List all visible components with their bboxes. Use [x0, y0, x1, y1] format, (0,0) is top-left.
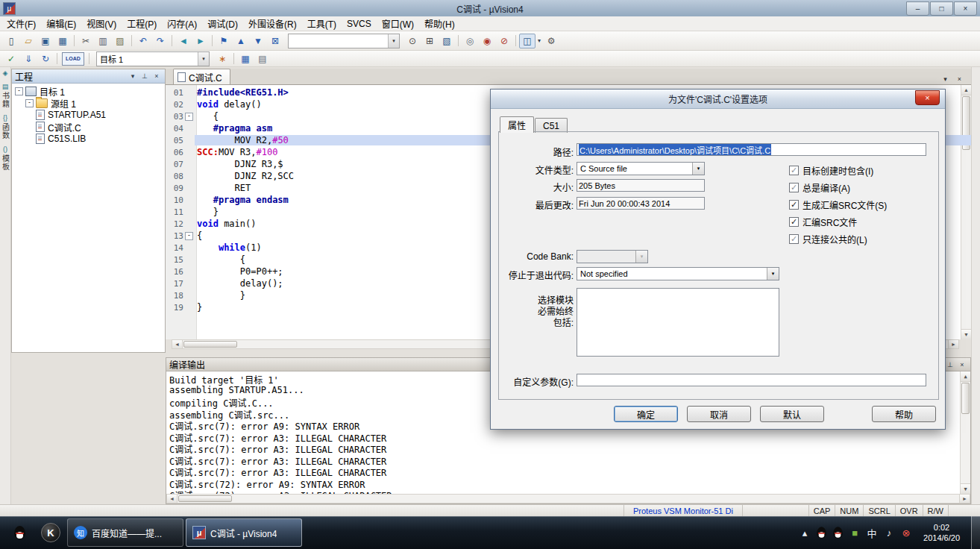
- chevron-down-icon[interactable]: ▾: [692, 163, 704, 175]
- path-field[interactable]: C:\Users\Administrator\Desktop\调试项目\C\C调…: [577, 143, 926, 156]
- pin-icon[interactable]: ⊥: [139, 72, 150, 81]
- breakpoint-icon[interactable]: ◉: [479, 34, 495, 48]
- stop-exit-combo[interactable]: Not specified ▾: [577, 267, 779, 280]
- side-tab-templates[interactable]: ()模板: [0, 145, 11, 171]
- checkbox-link-publics-only[interactable]: ✓只连接公共的(L): [789, 233, 867, 245]
- menu-project[interactable]: 工程(P): [122, 16, 162, 31]
- panel-menu-icon[interactable]: ▾: [128, 72, 138, 81]
- redo-icon[interactable]: ↷: [152, 34, 169, 48]
- fold-toggle-icon[interactable]: -: [185, 232, 193, 240]
- nav-forward-icon[interactable]: ►: [192, 34, 209, 48]
- checkbox-assemble-src[interactable]: ✓汇编SRC文件: [789, 216, 857, 228]
- dialog-titlebar[interactable]: 为文件'C调试.C'设置选项 ×: [491, 90, 945, 109]
- show-desktop-button[interactable]: [971, 516, 980, 549]
- checkbox-include-in-build[interactable]: ✓目标创建时包含(I): [789, 164, 873, 177]
- options-for-target-icon[interactable]: ∗: [214, 51, 230, 66]
- taskbar-baidu-button[interactable]: 知百度知道——提...: [67, 518, 183, 547]
- checkbox-icon[interactable]: ✓: [789, 217, 799, 227]
- download-flash-icon[interactable]: LOAD: [62, 52, 84, 66]
- side-tab-project[interactable]: ◈: [3, 69, 8, 77]
- tree-item-startup-a51[interactable]: STARTUP.A51: [12, 109, 165, 121]
- tree-expander-icon[interactable]: -: [25, 99, 34, 107]
- titlebar[interactable]: μ C调试 - µVision4 – □ ×: [0, 0, 980, 16]
- undo-icon[interactable]: ↶: [135, 34, 151, 48]
- project-panel-header[interactable]: 工程 ▾ ⊥ ×: [12, 69, 165, 84]
- volume-tray-icon[interactable]: ♪: [883, 527, 895, 539]
- bookmark-icon[interactable]: ⚑: [216, 34, 232, 48]
- bookmark-prev-icon[interactable]: ▲: [233, 34, 249, 48]
- bookmark-clear-icon[interactable]: ⊠: [267, 34, 283, 48]
- status-toggle-num[interactable]: NUM: [835, 505, 863, 517]
- tree-expander-icon[interactable]: -: [15, 87, 23, 95]
- tab-c51[interactable]: C51: [535, 118, 568, 133]
- defaults-button[interactable]: 默认: [760, 406, 824, 422]
- output-hscrollbar[interactable]: ◄ ►: [166, 494, 970, 503]
- window-layout-icon[interactable]: ◫: [519, 34, 535, 48]
- side-tab-functions[interactable]: {}函数: [0, 114, 11, 139]
- menu-peripherals[interactable]: 外围设备(R): [243, 16, 302, 31]
- scroll-up-icon[interactable]: ▲: [961, 371, 970, 382]
- scroll-thumb[interactable]: [178, 495, 232, 502]
- copy-icon[interactable]: ▥: [95, 34, 111, 48]
- find-in-files-icon[interactable]: ⊞: [421, 34, 438, 48]
- scroll-down-icon[interactable]: ▼: [961, 329, 971, 339]
- menu-svcs[interactable]: SVCS: [342, 17, 377, 31]
- scroll-left-icon[interactable]: ◄: [167, 495, 178, 503]
- scroll-right-icon[interactable]: ►: [959, 495, 970, 503]
- output-line[interactable]: C调试.src(72): error A9: SYNTAX ERROR: [169, 477, 967, 489]
- minimize-button[interactable]: –: [906, 1, 929, 16]
- configure-icon[interactable]: ⚙: [543, 34, 559, 48]
- taskbar-k-button[interactable]: K: [36, 518, 66, 547]
- checkbox-icon[interactable]: ✓: [789, 234, 799, 244]
- help-button[interactable]: 帮助: [872, 406, 936, 422]
- scroll-thumb[interactable]: [183, 341, 237, 348]
- side-tab-books[interactable]: ▤书籍: [0, 83, 11, 108]
- fold-toggle-icon[interactable]: -: [185, 113, 193, 121]
- ime-tray-icon[interactable]: 中: [866, 526, 878, 540]
- menu-file[interactable]: 文件(F): [1, 16, 41, 31]
- select-modules-textarea[interactable]: [577, 288, 779, 357]
- menu-help[interactable]: 帮助(H): [419, 16, 460, 31]
- open-folder-icon[interactable]: ▱: [20, 34, 37, 48]
- status-toggle-scrl[interactable]: SCRL: [863, 505, 894, 517]
- pin-icon[interactable]: ⊥: [945, 360, 955, 369]
- status-toggle-rw[interactable]: R/W: [923, 505, 948, 517]
- nav-back-icon[interactable]: ◄: [175, 34, 192, 48]
- editor-tab[interactable]: C调试.C: [173, 69, 230, 84]
- file-type-combo[interactable]: C Source file ▾: [577, 162, 705, 175]
- close-tab-icon[interactable]: ×: [954, 74, 965, 84]
- paste-icon[interactable]: ▨: [112, 34, 128, 48]
- cancel-button[interactable]: 取消: [687, 406, 751, 422]
- output-line[interactable]: C调试.src(7): error A3: ILLEGAL CHARACTER: [169, 442, 967, 454]
- taskbar-clock[interactable]: 0:02 2014/6/20: [917, 522, 966, 543]
- stopped-tray-icon[interactable]: ⊗: [900, 527, 912, 539]
- checkbox-generate-asm-src[interactable]: ✓生成汇编SRC文件(S): [789, 198, 887, 211]
- tree-item-cdebug-c[interactable]: C调试.C: [12, 121, 165, 133]
- taskbar-qq-button[interactable]: [4, 518, 34, 547]
- start-debug-icon[interactable]: ◎: [462, 34, 478, 48]
- status-toggle-ovr[interactable]: OVR: [895, 505, 923, 517]
- taskbar-uvision-button[interactable]: μC调试 - µVision4: [186, 518, 302, 547]
- target-select-combo[interactable]: 目标 1▾: [96, 51, 210, 66]
- output-vscrollbar[interactable]: ▲ ▼: [960, 371, 970, 494]
- checkbox-icon[interactable]: ✓: [789, 183, 799, 192]
- incremental-find-icon[interactable]: ▧: [439, 34, 455, 48]
- misc-tray-icon[interactable]: ■: [849, 527, 861, 539]
- close-icon[interactable]: ×: [151, 72, 162, 81]
- output-line[interactable]: C调试.src(7): error A3: ILLEGAL CHARACTER: [169, 465, 967, 477]
- menu-view[interactable]: 视图(V): [81, 16, 122, 31]
- save-icon[interactable]: ▣: [37, 34, 54, 48]
- new-file-icon[interactable]: ▯: [3, 34, 19, 48]
- checkbox-icon[interactable]: ✓: [789, 166, 799, 175]
- output-line[interactable]: C调试.src(7): error A3: ILLEGAL CHARACTER: [169, 454, 967, 466]
- find-icon[interactable]: ⊙: [404, 34, 421, 48]
- dialog-close-button[interactable]: ×: [915, 90, 940, 105]
- chevron-down-icon[interactable]: ▾: [198, 52, 209, 66]
- chevron-down-icon[interactable]: ▾: [767, 268, 779, 280]
- qq-tray-icon-2[interactable]: [833, 527, 843, 538]
- scroll-down-icon[interactable]: ▼: [961, 483, 970, 494]
- tree-item-c51s-lib[interactable]: C51S.LIB: [12, 133, 165, 145]
- close-icon[interactable]: ×: [957, 360, 967, 369]
- output-line[interactable]: C调试.src(72): error A3: ILLEGAL CHARACTER: [169, 489, 967, 494]
- menu-flash[interactable]: 闪存(A): [162, 16, 202, 31]
